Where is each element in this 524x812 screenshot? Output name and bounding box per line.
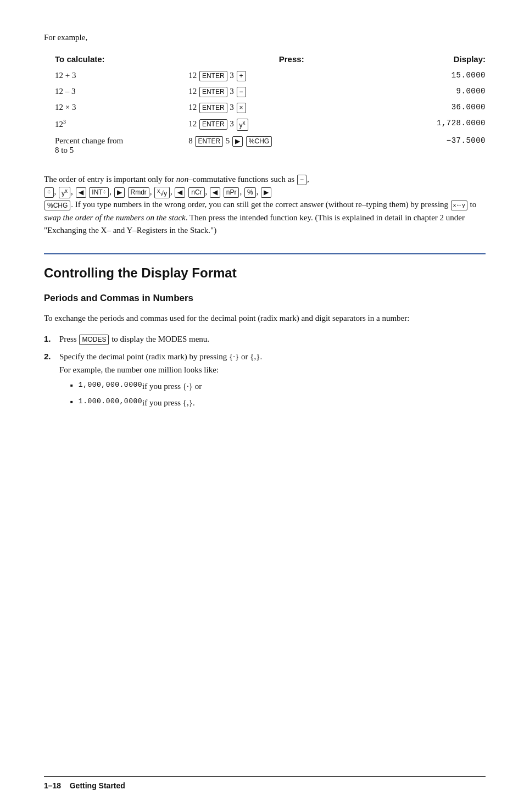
display-cell: 9.0000 — [400, 84, 491, 100]
press-cell: 12 ENTER 3 − — [183, 84, 400, 100]
shift-key-inline4[interactable]: ◀ — [210, 187, 220, 198]
npr-key-inline[interactable]: nPr — [224, 187, 239, 198]
calc-cell: Percent change from8 to 5 — [49, 134, 183, 158]
section-divider — [44, 253, 486, 254]
step-number: 2. — [44, 350, 59, 363]
footer-spacer — [61, 781, 70, 790]
list-item: 1.000.000,0000 if you press {,}. — [70, 396, 486, 409]
display-value: 1.000.000,0000 — [79, 396, 142, 408]
step-content: Press MODES to display the MODES menu. — [59, 332, 486, 346]
modes-key[interactable]: MODES — [79, 335, 109, 345]
minus-key-inline[interactable]: − — [297, 175, 306, 185]
enter-key[interactable]: ENTER — [195, 136, 223, 147]
yx-key-inline[interactable]: yx — [59, 187, 70, 199]
enter-key[interactable]: ENTER — [199, 119, 227, 130]
page-number: 1–18 — [44, 781, 61, 790]
table-row: 123 12 ENTER 3 yx 1,728.0000 — [49, 116, 491, 134]
main-content: For example, To calculate: Press: Displa… — [44, 33, 486, 413]
pctchg-key[interactable]: %CHG — [246, 136, 272, 147]
enter-key[interactable]: ENTER — [199, 71, 227, 81]
shift-key-inline2[interactable]: ▶ — [114, 187, 125, 198]
table-row: 12 × 3 12 ENTER 3 × 36.0000 — [49, 100, 491, 116]
body-paragraph-noncommutative: The order of entry is important only for… — [44, 173, 486, 237]
example-table: To calculate: Press: Display: 12 + 3 12 … — [49, 52, 491, 158]
plus-key[interactable]: + — [237, 71, 246, 81]
multiply-key[interactable]: × — [237, 103, 246, 113]
xy-swap-key[interactable]: x↔y — [451, 201, 467, 210]
press-cell: 12 ENTER 3 × — [183, 100, 400, 116]
shift-key[interactable]: ▶ — [232, 136, 243, 147]
ncr-key-inline[interactable]: nCr — [188, 187, 204, 198]
list-item: 1. Press MODES to display the MODES menu… — [44, 332, 486, 346]
col-header-display: Display: — [400, 52, 491, 68]
display-cell: −37.5000 — [400, 134, 491, 158]
table-row: 12 + 3 12 ENTER 3 + 15.0000 — [49, 68, 491, 84]
press-cell: 8 ENTER 5 ▶ %CHG — [183, 134, 400, 158]
calc-cell: 123 — [49, 116, 183, 134]
step-content: Specify the decimal point (radix mark) b… — [59, 350, 486, 413]
table-row: Percent change from8 to 5 8 ENTER 5 ▶ %C… — [49, 134, 491, 158]
rmdr-key-inline[interactable]: Rmdr — [128, 187, 149, 198]
shift-key-inline[interactable]: ◀ — [76, 187, 86, 198]
list-item: 1,000,000.0000 if you press {·} or — [70, 380, 486, 393]
section-intro: To exchange the periods and commas used … — [44, 312, 486, 325]
display-value: 1,000,000.0000 — [79, 380, 142, 391]
col-header-calculate: To calculate: — [49, 52, 183, 68]
press-cell: 12 ENTER 3 yx — [183, 116, 400, 134]
divide-key-inline[interactable]: ÷ — [44, 187, 54, 198]
pctchg-key-inline[interactable]: %CHG — [44, 201, 70, 211]
press-cell: 12 ENTER 3 + — [183, 68, 400, 84]
list-item: 2. Specify the decimal point (radix mark… — [44, 350, 486, 413]
enter-key[interactable]: ENTER — [199, 87, 227, 97]
enter-key[interactable]: ENTER — [199, 103, 227, 113]
pct-key-inline[interactable]: % — [244, 187, 256, 198]
intro-text: For example, — [44, 33, 486, 42]
calc-cell: 12 – 3 — [49, 84, 183, 100]
shift-key-inline5[interactable]: ▶ — [261, 187, 271, 198]
step-number: 1. — [44, 332, 59, 346]
footer-section: Getting Started — [70, 781, 125, 790]
xrty-key-inline[interactable]: x√y — [154, 187, 170, 199]
display-cell: 15.0000 — [400, 68, 491, 84]
table-row: 12 – 3 12 ENTER 3 − 9.0000 — [49, 84, 491, 100]
section-title: Controlling the Display Format — [44, 265, 486, 281]
bullet-list: 1,000,000.0000 if you press {·} or 1.000… — [59, 380, 486, 409]
steps-list: 1. Press MODES to display the MODES menu… — [44, 332, 486, 413]
display-cell: 1,728.0000 — [400, 116, 491, 134]
col-header-press: Press: — [183, 52, 400, 68]
calc-cell: 12 + 3 — [49, 68, 183, 84]
shift-key-inline3[interactable]: ◀ — [175, 187, 185, 198]
yx-key[interactable]: yx — [237, 119, 248, 131]
page-footer: 1–18 Getting Started — [44, 776, 486, 790]
intdiv-key-inline[interactable]: INT÷ — [89, 187, 109, 198]
calc-cell: 12 × 3 — [49, 100, 183, 116]
minus-key[interactable]: − — [237, 87, 246, 97]
display-cell: 36.0000 — [400, 100, 491, 116]
subsection-title: Periods and Commas in Numbers — [44, 293, 486, 304]
